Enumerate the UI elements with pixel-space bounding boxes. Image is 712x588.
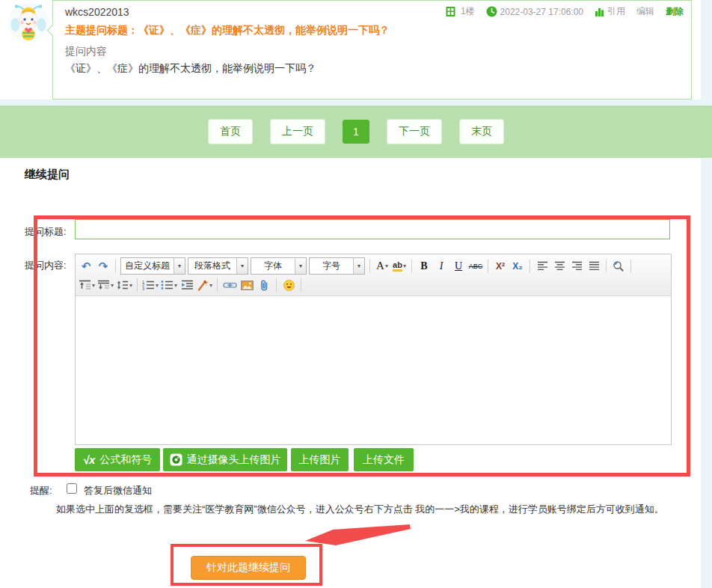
camera-upload-button[interactable]: 通过摄像头上传图片 <box>163 448 287 471</box>
indent-icon[interactable] <box>179 278 194 293</box>
editor-toolbar-row-2: ▾ ▾ ▾ 123▾ ▾ ▾ <box>79 276 668 294</box>
toolbar-separator <box>217 278 218 292</box>
toolbar-separator <box>630 260 631 273</box>
font-size-dropdown[interactable]: 字号▾ <box>309 257 365 275</box>
font-family-dropdown[interactable]: 字体▾ <box>251 257 307 275</box>
toolbar-separator <box>115 260 116 273</box>
post-card: wkcs2022013 1楼 2022-03-27 17:06:00 引用 编辑 <box>52 0 692 99</box>
attachment-icon[interactable] <box>257 278 271 293</box>
align-center-icon[interactable] <box>552 258 567 274</box>
highlight-color-icon[interactable]: ab▾ <box>392 258 407 274</box>
custom-title-dropdown[interactable]: 自定义标题▾ <box>120 257 185 275</box>
align-right-icon[interactable] <box>569 258 584 274</box>
underline-icon[interactable]: U <box>451 258 466 274</box>
formula-symbols-button[interactable]: √x 公式和符号 <box>75 448 160 471</box>
chevron-down-icon: ▾ <box>385 263 388 269</box>
undo-icon[interactable]: ↶ <box>79 258 93 274</box>
toolbar-separator <box>301 278 301 292</box>
rich-text-editor: ↶ ↷ 自定义标题▾ 段落格式▾ 字体▾ 字号▾ A▾ ab▾ B I U AB… <box>75 254 672 445</box>
wechat-notify-checkbox[interactable] <box>67 483 77 494</box>
pagination-last-button[interactable]: 末页 <box>459 119 504 144</box>
paragraph-format-dropdown[interactable]: 段落格式▾ <box>188 257 248 275</box>
editor-content-area[interactable] <box>76 296 671 444</box>
emoji-icon[interactable] <box>281 278 296 293</box>
chevron-down-icon: ▾ <box>209 282 212 289</box>
ordered-list-icon[interactable]: 123▾ <box>142 278 159 293</box>
user-avatar <box>7 1 49 43</box>
pagination-bar: 首页 上一页 1 下一页 末页 <box>0 105 712 158</box>
paragraph-space-bottom-icon[interactable]: ▾ <box>97 278 114 293</box>
toolbar-separator <box>369 260 370 273</box>
chevron-down-icon: ▾ <box>92 282 95 289</box>
chevron-down-icon: ▾ <box>174 282 177 289</box>
remind-label: 提醒: <box>30 484 52 497</box>
continue-ask-submit-button[interactable]: 针对此题继续提问 <box>191 556 306 580</box>
toolbar-separator <box>137 278 138 292</box>
post-timestamp: 2022-03-27 17:06:00 <box>500 7 583 17</box>
post-meta-bar: 1楼 2022-03-27 17:06:00 引用 编辑 删除 <box>446 5 684 18</box>
line-height-icon[interactable]: ▾ <box>116 278 132 293</box>
paragraph-space-top-icon[interactable]: ▾ <box>79 278 95 293</box>
bold-icon[interactable]: B <box>417 258 432 274</box>
toolbar-separator <box>276 278 277 292</box>
question-title-input[interactable] <box>75 219 670 239</box>
pagination-first-button[interactable]: 首页 <box>208 119 253 144</box>
page: wkcs2022013 1楼 2022-03-27 17:06:00 引用 编辑 <box>0 0 712 588</box>
search-replace-icon[interactable] <box>611 258 626 274</box>
pagination-prev-button[interactable]: 上一页 <box>270 119 325 144</box>
chevron-down-icon: ▾ <box>129 282 132 289</box>
section-divider <box>0 99 712 105</box>
post-username: wkcs2022013 <box>65 6 129 18</box>
italic-icon[interactable]: I <box>434 258 449 274</box>
redo-icon[interactable]: ↷ <box>96 258 111 274</box>
page-right-margin <box>701 0 712 588</box>
link-icon[interactable] <box>222 278 237 293</box>
edit-link[interactable]: 编辑 <box>636 5 654 18</box>
chevron-down-icon: ▾ <box>174 258 185 274</box>
upload-image-button[interactable]: 上传图片 <box>291 448 349 471</box>
bee-avatar-icon <box>7 1 49 43</box>
chevron-down-icon: ▾ <box>403 263 406 269</box>
align-justify-icon[interactable] <box>586 258 601 274</box>
wechat-notify-label[interactable]: 答复后微信通知 <box>84 484 152 497</box>
upload-file-button[interactable]: 上传文件 <box>354 448 414 471</box>
unordered-list-icon[interactable]: ▾ <box>161 278 177 293</box>
quote-bars-icon <box>595 7 604 16</box>
question-title-label: 提问标题: <box>25 225 67 239</box>
format-brush-icon[interactable]: ▾ <box>197 278 212 293</box>
subscript-icon[interactable]: X₂ <box>510 258 525 274</box>
floor-icon <box>446 7 455 16</box>
wechat-notice-text: 如果选中上面的复选框，需要关注“医学教育网”微信公众号，进入公众号右下方点击 我… <box>56 503 692 516</box>
toolbar-separator <box>488 260 488 273</box>
question-content-label: 提问内容: <box>25 259 67 272</box>
formula-icon: √x <box>83 453 96 466</box>
post-question-content: 《证》、《症》的理解不太透彻，能举例说明一下吗？ <box>65 62 316 76</box>
pagination-current-page[interactable]: 1 <box>343 120 369 144</box>
svg-text:3: 3 <box>142 287 144 290</box>
section-heading: 继续提问 <box>25 168 70 182</box>
editor-toolbar: ↶ ↷ 自定义标题▾ 段落格式▾ 字体▾ 字号▾ A▾ ab▾ B I U AB… <box>76 254 671 296</box>
align-left-icon[interactable] <box>535 258 550 274</box>
toolbar-separator <box>606 260 607 273</box>
image-icon[interactable] <box>239 278 254 293</box>
floor-label: 1楼 <box>461 5 475 18</box>
toolbar-separator <box>530 260 530 273</box>
chevron-down-icon: ▾ <box>236 258 248 274</box>
camera-icon <box>170 453 182 466</box>
font-color-icon[interactable]: A▾ <box>375 258 390 274</box>
chevron-down-icon: ▾ <box>156 282 159 289</box>
post-content-label: 提问内容 <box>65 45 107 58</box>
post-question-title: 主题提问标题：《证》、《症》的理解不太透彻，能举例说明一下吗？ <box>65 24 686 37</box>
chevron-down-icon: ▾ <box>111 282 114 289</box>
clock-icon <box>486 6 497 17</box>
superscript-icon[interactable]: X² <box>493 258 508 274</box>
editor-toolbar-row-1: ↶ ↷ 自定义标题▾ 段落格式▾ 字体▾ 字号▾ A▾ ab▾ B I U AB… <box>79 256 668 276</box>
delete-link[interactable]: 删除 <box>666 5 684 18</box>
annotation-arrow <box>299 521 413 548</box>
chevron-down-icon: ▾ <box>295 258 306 274</box>
pagination-next-button[interactable]: 下一页 <box>387 119 442 144</box>
toolbar-separator <box>411 260 412 273</box>
chevron-down-icon: ▾ <box>353 258 364 274</box>
strikethrough-icon[interactable]: ABC <box>468 258 483 274</box>
quote-link[interactable]: 引用 <box>607 5 625 18</box>
